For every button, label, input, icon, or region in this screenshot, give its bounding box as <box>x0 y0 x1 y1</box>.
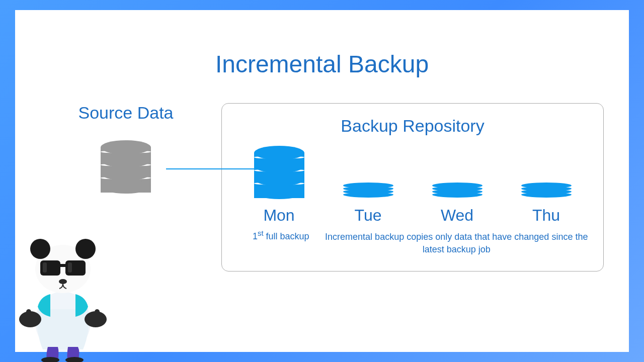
incremental-note: Incremental backup copies only data that… <box>325 231 589 256</box>
database-incremental-icon <box>343 184 393 199</box>
svg-rect-4 <box>26 309 31 320</box>
page-title: Incremental Backup <box>40 50 604 78</box>
database-icon <box>101 140 151 196</box>
svg-rect-12 <box>59 264 66 267</box>
notes-row: 1st full backup Incremental backup copie… <box>237 225 588 256</box>
day-label: Tue <box>355 206 382 225</box>
day-wed: Wed <box>415 184 499 225</box>
repository-box: Backup Repository Mon <box>221 103 604 272</box>
content-row: Source Data Backup Repository <box>40 103 604 272</box>
source-section: Source Data <box>40 103 211 196</box>
svg-rect-13 <box>43 262 47 273</box>
panda-mascot-icon <box>10 231 116 362</box>
day-tue: Tue <box>326 184 410 225</box>
svg-point-15 <box>59 279 67 284</box>
day-label: Thu <box>532 206 560 225</box>
svg-point-8 <box>30 239 50 259</box>
day-label: Mon <box>263 206 294 225</box>
svg-point-9 <box>75 239 96 259</box>
svg-rect-14 <box>68 262 72 273</box>
repository-title: Backup Repository <box>237 116 588 136</box>
day-thu: Thu <box>504 184 588 225</box>
database-incremental-icon <box>521 184 572 199</box>
database-incremental-icon <box>432 184 482 199</box>
days-row: Mon Tue <box>237 146 588 225</box>
full-backup-note: 1st full backup <box>237 229 325 256</box>
svg-rect-6 <box>95 309 100 320</box>
database-full-icon <box>254 146 304 201</box>
day-label: Wed <box>441 206 473 225</box>
source-title: Source Data <box>40 103 211 123</box>
day-mon: Mon <box>237 146 321 225</box>
